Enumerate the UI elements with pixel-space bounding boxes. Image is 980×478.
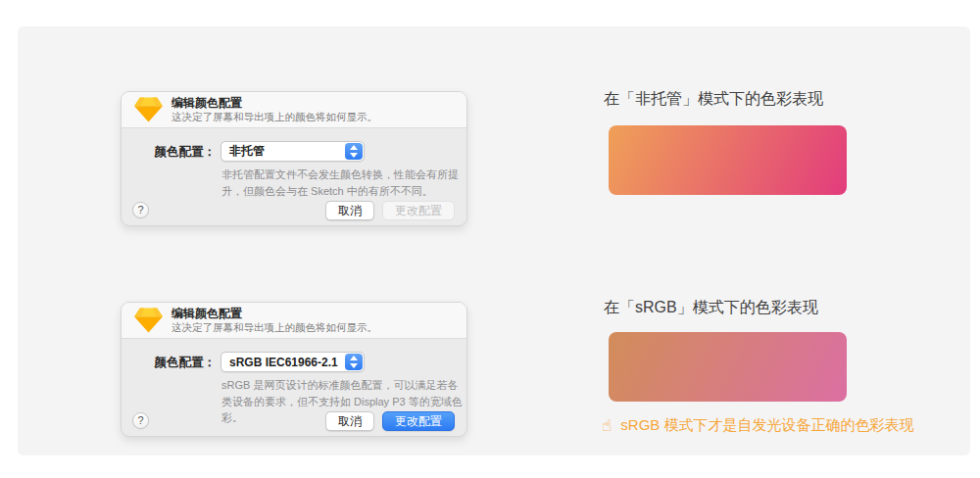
dialog-header: 编辑颜色配置 这决定了屏幕和导出项上的颜色将如何显示。: [122, 303, 466, 339]
change-profile-button[interactable]: 更改配置: [382, 411, 455, 431]
dialog-title: 编辑颜色配置: [172, 308, 377, 320]
color-profile-field-label: 颜色配置：: [122, 144, 216, 161]
dialog-subtitle: 这决定了屏幕和导出项上的颜色将如何显示。: [172, 321, 377, 334]
dropdown-stepper-icon[interactable]: [345, 143, 363, 160]
cancel-button[interactable]: 取消: [325, 201, 374, 220]
color-profile-field-label: 颜色配置：: [122, 355, 216, 371]
sketch-diamond-icon: [134, 97, 163, 122]
dropdown-stepper-icon[interactable]: [345, 354, 363, 370]
dialog-header: 编辑颜色配置 这决定了屏幕和导出项上的颜色将如何显示。: [122, 92, 466, 128]
color-profile-dialog-unmanaged: 编辑颜色配置 这决定了屏幕和导出项上的颜色将如何显示。 颜色配置： 非托管 非托…: [121, 91, 467, 226]
pointing-up-finger-icon: ☝: [602, 415, 612, 436]
help-button[interactable]: ?: [132, 202, 149, 218]
srgb-gradient-swatch: [609, 332, 847, 402]
sketch-diamond-icon: [134, 308, 163, 333]
dropdown-selected-value: 非托管: [221, 143, 345, 160]
dialog-subtitle: 这决定了屏幕和导出项上的颜色将如何显示。: [172, 111, 377, 123]
unmanaged-mode-heading: 在「非托管」模式下的色彩表现: [604, 89, 823, 110]
change-profile-button[interactable]: 更改配置: [382, 201, 455, 220]
unmanaged-gradient-swatch: [609, 125, 847, 195]
srgb-note: ☝ sRGB 模式下才是自发光设备正确的色彩表现: [602, 415, 914, 436]
color-profile-dialog-srgb: 编辑颜色配置 这决定了屏幕和导出项上的颜色将如何显示。 颜色配置： sRGB I…: [121, 302, 467, 437]
color-profile-dropdown[interactable]: sRGB IEC61966-2.1: [220, 352, 365, 372]
srgb-note-text: sRGB 模式下才是自发光设备正确的色彩表现: [620, 416, 913, 435]
dropdown-selected-value: sRGB IEC61966-2.1: [221, 356, 345, 369]
cancel-button[interactable]: 取消: [325, 411, 374, 431]
dialog-title: 编辑颜色配置: [172, 97, 377, 110]
color-profile-dropdown[interactable]: 非托管: [220, 141, 365, 162]
srgb-mode-heading: 在「sRGB」模式下的色彩表现: [604, 298, 818, 318]
help-button[interactable]: ?: [132, 412, 149, 429]
profile-description-text: 非托管配置文件不会发生颜色转换，性能会有所提升，但颜色会与在 Sketch 中的…: [221, 167, 466, 199]
content-panel: 编辑颜色配置 这决定了屏幕和导出项上的颜色将如何显示。 颜色配置： 非托管 非托…: [18, 26, 970, 455]
